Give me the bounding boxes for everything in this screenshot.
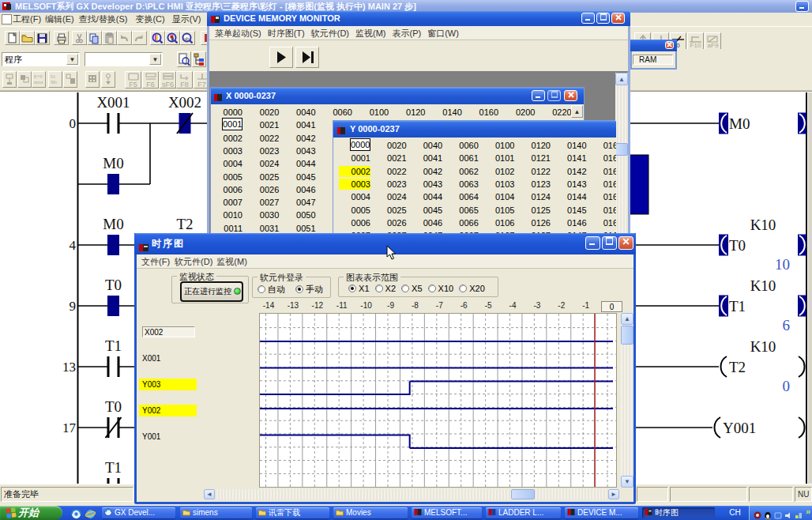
device-cell[interactable]: 0042 [422, 166, 442, 177]
device-cell[interactable]: 0103 [494, 179, 514, 190]
device-cell[interactable]: 0142 [566, 166, 587, 177]
tray-volume-icon[interactable] [784, 508, 792, 516]
device-cell[interactable]: 0064 [458, 191, 479, 202]
ladder-tool-button-1[interactable] [17, 71, 32, 88]
device-entry-radio-手动[interactable]: 手动 [295, 284, 323, 294]
device-cell[interactable]: 0163 [602, 179, 616, 190]
device-cell[interactable]: 0025 [258, 171, 279, 183]
device-cell[interactable]: 0140 [566, 140, 587, 151]
ladder-contact-M0[interactable] [107, 174, 119, 194]
x-device-maximize-button[interactable] [547, 90, 561, 101]
taskbar-task-2[interactable]: simens [180, 507, 252, 518]
range-radio-icon[interactable] [348, 284, 356, 292]
device-cell[interactable]: 0065 [458, 205, 479, 216]
timing-chart-plot[interactable] [259, 313, 617, 488]
main-minimize-button[interactable] [795, 1, 809, 12]
device-cell[interactable]: 0162 [602, 166, 616, 177]
device-cell[interactable]: 0140 [442, 107, 462, 118]
device-cell-selected[interactable]: 0001 [222, 118, 242, 130]
device-cell[interactable]: 0041 [295, 119, 316, 130]
ladder-contact-T1[interactable] [108, 478, 118, 484]
ladder-tool-button-2[interactable]: E+Verror [32, 71, 46, 88]
project-tree-button[interactable] [192, 51, 206, 67]
device-cell[interactable]: 0165 [602, 205, 616, 216]
taskbar-task-7[interactable]: DEVICE M... [565, 507, 638, 518]
tray-qq-penguin-icon[interactable] [764, 508, 772, 516]
ladder-tool-button-6[interactable] [101, 71, 115, 88]
main-menu-item-4[interactable]: 显示(V) [172, 13, 201, 26]
device-monitor-maximize-button[interactable] [596, 13, 610, 24]
x-device-minimize-button[interactable] [532, 90, 545, 101]
toolbar-paste-button[interactable] [102, 31, 117, 45]
device-cell[interactable]: 0120 [405, 107, 426, 118]
device-cell[interactable]: 0122 [530, 166, 551, 177]
device-cell[interactable]: 0126 [530, 217, 551, 228]
device-cell[interactable]: 0102 [494, 166, 514, 177]
main-menu-item-1[interactable]: 编辑(E) [45, 13, 74, 26]
quicklaunch-ie-icon[interactable] [85, 508, 96, 518]
taskbar-task-1[interactable]: GX Devel... [102, 507, 175, 518]
monitor-step-button[interactable] [295, 47, 319, 68]
device-cell[interactable]: 0021 [386, 153, 407, 164]
ladder-tool-button-5[interactable] [85, 71, 100, 88]
taskbar-task-8[interactable]: 时序图 [642, 507, 715, 518]
ladder-fkey-F6-button[interactable]: F6 [142, 71, 159, 89]
ladder-contact-T1[interactable] [108, 356, 118, 377]
device-cell[interactable]: 0200 [514, 107, 535, 118]
start-button[interactable]: 开始 [0, 506, 62, 520]
taskbar-task-6[interactable]: LADDER L... [486, 507, 561, 518]
device-cell[interactable]: 0043 [422, 179, 442, 190]
timing-menu-item-2[interactable]: 监视(M) [216, 254, 247, 269]
device-cell-on[interactable]: 0003 [339, 179, 370, 190]
ladder-contact-X001[interactable] [108, 113, 118, 134]
device-cell[interactable]: 0043 [295, 145, 316, 156]
device-cell[interactable]: 0141 [566, 153, 587, 164]
device-cell[interactable]: 0145 [566, 205, 587, 216]
device-cell-on[interactable]: 0002 [339, 166, 370, 177]
main-menu-item-3[interactable]: 变换(C) [135, 13, 164, 26]
timing-hscrollbar[interactable]: ◄ ► [204, 489, 619, 499]
device-combo-dropdown-icon[interactable]: ▼ [149, 54, 161, 65]
taskbar-task-3[interactable]: 讯雷下载 [256, 507, 329, 518]
device-cell[interactable]: 0006 [350, 217, 370, 228]
toolbar-find-color-button[interactable] [150, 31, 165, 45]
signal-label-on[interactable]: Y003 [139, 379, 197, 390]
device-cell[interactable]: 0020 [386, 140, 407, 151]
x-device-titlebar[interactable]: X 0000-0237 [211, 88, 584, 104]
device-cell[interactable]: 0023 [258, 145, 279, 156]
device-cell[interactable]: 0166 [602, 217, 616, 228]
device-monitor-close-button[interactable] [611, 13, 625, 24]
device-cell[interactable]: 0101 [494, 153, 514, 164]
device-monitor-minimize-button[interactable] [581, 13, 595, 24]
toolbar-find-device-button[interactable] [165, 31, 180, 45]
y-device-grid[interactable]: 0000002000400060010001200140016000010021… [333, 138, 616, 239]
toolbar-f10-button[interactable]: F10 [687, 32, 704, 51]
toolbar-cut-button[interactable] [72, 31, 87, 45]
device-entry-radio-icon[interactable] [258, 285, 265, 293]
device-cell[interactable]: 0047 [295, 197, 316, 208]
range-radio-icon[interactable] [375, 284, 383, 292]
ladder-fkey-F5-button[interactable]: F5 [125, 71, 141, 89]
timing-hscroll-right-icon[interactable]: ► [608, 489, 619, 499]
device-monitor-menu-item-4[interactable]: 表示(P) [393, 26, 422, 40]
device-cell[interactable]: 0063 [458, 179, 479, 190]
range-radio-X10[interactable]: X10 [428, 284, 454, 293]
monitoring-button[interactable]: 正在进行监控 [180, 281, 243, 302]
device-cell[interactable]: 0125 [530, 205, 551, 216]
device-cell[interactable]: 0105 [494, 205, 514, 216]
ladder-tool-button-3[interactable]: S1S9↓ [48, 71, 62, 88]
device-cell[interactable]: 0031 [258, 223, 279, 234]
timing-close-button[interactable] [618, 236, 633, 250]
device-cell[interactable]: 0004 [350, 191, 370, 202]
device-cell[interactable]: 0121 [530, 153, 551, 164]
device-monitor-menu-item-5[interactable]: 窗口(W) [427, 26, 459, 40]
x-device-close-button[interactable] [564, 90, 577, 101]
device-cell[interactable]: 0120 [530, 140, 551, 151]
timing-hscroll-left-icon[interactable]: ◄ [204, 489, 215, 499]
device-cell[interactable]: 0002 [222, 133, 242, 144]
device-cell[interactable]: 0045 [295, 171, 316, 183]
toolbar-find-instruction-button[interactable]: ab [180, 31, 195, 45]
device-cell[interactable]: 0100 [494, 140, 514, 151]
ladder-fkey-F8-button[interactable]: F8 [176, 71, 193, 89]
range-radio-X5[interactable]: X5 [401, 284, 423, 293]
